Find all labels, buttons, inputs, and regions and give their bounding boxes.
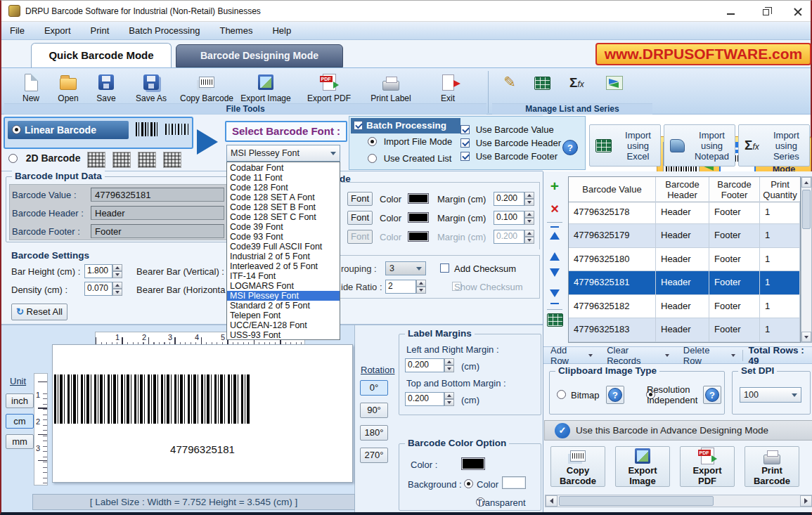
export-pdf-action-button[interactable]: PDF Export PDF [680,446,735,487]
scroll-up-button[interactable] [801,177,811,188]
use-barcode-header-checkbox[interactable]: Use Barcode Header [460,138,561,150]
export-image-button[interactable]: Export Image [238,72,294,103]
close-button[interactable] [787,6,808,18]
left-right-margin-spinner[interactable]: 0.200 [405,358,454,372]
table-vertical-scrollbar[interactable] [801,176,812,343]
footer-font-button[interactable]: Font [347,230,373,244]
bar-height-spinner[interactable]: 1.800 [84,264,122,278]
save-button[interactable]: Save [90,72,122,103]
reset-all-button[interactable]: ↻ Reset All [11,304,67,320]
col-header-barcode-value[interactable]: Barcode Value [569,177,656,202]
menu-batch-processing[interactable]: Batch Processing [129,25,200,36]
spin-up[interactable] [524,211,534,218]
import-file-mode-radio[interactable]: Import File Mode [368,137,452,148]
print-label-button[interactable]: Print Label [364,72,418,103]
save-as-button[interactable]: Save As [131,72,172,103]
tab-barcode-designing-mode[interactable]: Barcode Designing Mode [176,44,343,67]
font-option[interactable]: Code 128 SET C Font [227,212,340,222]
spin-down[interactable] [524,237,534,244]
spin-up[interactable] [444,358,454,365]
move-down-icon[interactable] [547,268,562,282]
font-option[interactable]: Industrial 2 of 5 Font [227,252,340,261]
font-option[interactable]: Standard 2 of 5 Font [227,301,340,311]
bitmap-help-button[interactable]: ? [606,386,624,404]
spin-down[interactable] [112,289,122,296]
background-color-radio[interactable] [464,479,473,488]
import-using-series-button[interactable]: Σfx ImportusingSeries [738,124,810,167]
move-up-icon[interactable] [547,247,562,261]
font-option[interactable]: Code 11 Font [227,173,340,183]
horizontal-scrollbar[interactable] [545,495,812,507]
export-pdf-button[interactable]: PDF Export PDF [302,72,356,103]
use-barcode-value-checkbox[interactable]: Use Barcode Value [460,125,554,136]
menu-file[interactable]: File [10,25,25,36]
table-row[interactable]: 47796325182 [569,295,656,319]
rotation-180-button[interactable]: 180° [360,425,388,441]
scroll-left-button[interactable] [546,495,558,507]
linear-barcode-radio[interactable]: Linear Barcode [8,121,129,139]
batch-processing-checkbox[interactable]: Batch Processing [351,118,460,133]
font-option[interactable]: Code 93 Font [227,232,340,242]
font-option[interactable]: UCC/EAN-128 Font [227,320,340,330]
unit-mm-button[interactable]: mm [6,434,34,449]
font-option[interactable]: Telepen Font [227,311,340,320]
add-row-icon[interactable]: + [547,178,562,195]
minimize-button[interactable] [720,6,741,18]
table-row[interactable]: 47796325179 [569,224,656,248]
spin-up[interactable] [524,230,534,237]
footer-color-swatch[interactable] [408,231,429,242]
import-using-notepad-button[interactable]: ImportusingNotepad [664,124,735,167]
edit-list-button[interactable]: ✎ [498,74,522,91]
font-option[interactable]: Code 128 Font [227,183,340,193]
spin-up[interactable] [444,392,454,399]
print-barcode-action-button[interactable]: Print Barcode [745,446,799,487]
resolution-help-button[interactable]: ? [703,386,721,404]
font-option[interactable]: LOGMARS Font [227,281,340,291]
spin-down[interactable] [444,365,454,372]
add-checksum-checkbox[interactable] [440,263,449,273]
add-row-menu[interactable]: Add Row [543,345,600,366]
font-option-selected[interactable]: MSI Plessey Font [227,291,340,301]
copy-barcode-button[interactable]: Copy Barcode [179,72,235,103]
font-option[interactable]: Code 39 Font [227,222,340,232]
spin-down[interactable] [112,271,122,278]
move-bottom-icon[interactable] [547,289,562,304]
col-header-print-quantity[interactable]: Print Quantity [760,177,800,202]
import-using-excel-button[interactable]: ImportusingExcel [589,124,661,167]
dpi-select[interactable]: 100 [740,387,801,403]
menu-print[interactable]: Print [91,25,110,36]
value-font-button[interactable]: Font [347,192,373,206]
export-grid-excel-button[interactable] [547,313,563,327]
table-row-selected[interactable]: 47796325181 [569,271,656,295]
wide-ratio-spinner[interactable]: 2 [385,280,426,294]
exit-button[interactable]: Exit [430,72,465,103]
restore-button[interactable] [755,6,776,18]
transfer-button[interactable] [606,76,623,90]
bitmap-radio[interactable] [557,390,566,399]
col-header-barcode-footer[interactable]: Barcode Footer [709,177,760,202]
export-image-action-button[interactable]: Export Image [615,446,670,487]
top-bottom-margin-spinner[interactable]: 0.200 [405,392,454,406]
font-option[interactable]: Code 128 SET B Font [227,202,340,212]
spin-up[interactable] [112,282,122,289]
scroll-down-button[interactable] [801,332,811,342]
font-option[interactable]: Interleaved 2 of 5 Font [227,261,340,271]
scroll-thumb[interactable] [802,190,811,229]
unit-inch-button[interactable]: inch [6,393,34,408]
use-created-list-radio[interactable]: Use Created List [368,154,451,165]
scroll-thumb[interactable] [559,496,714,506]
spin-down[interactable] [524,218,534,225]
copy-barcode-action-button[interactable]: Copy Barcode [550,446,605,487]
spin-down[interactable] [524,199,534,206]
background-color-swatch[interactable] [502,476,526,489]
delete-row-icon[interactable]: × [547,201,562,217]
2d-barcode-radio[interactable]: 2D Barcode [8,154,80,165]
header-margin-spinner[interactable]: 0.100 [494,211,534,225]
density-spinner[interactable]: 0.070 [84,282,122,296]
menu-export[interactable]: Export [44,25,71,36]
rotation-90-button[interactable]: 90° [360,403,388,418]
rotation-0-button[interactable]: 0° [360,380,388,396]
table-row[interactable]: 47796325183 [569,318,656,342]
value-margin-spinner[interactable]: 0.200 [494,192,534,206]
value-color-swatch[interactable] [408,193,429,204]
